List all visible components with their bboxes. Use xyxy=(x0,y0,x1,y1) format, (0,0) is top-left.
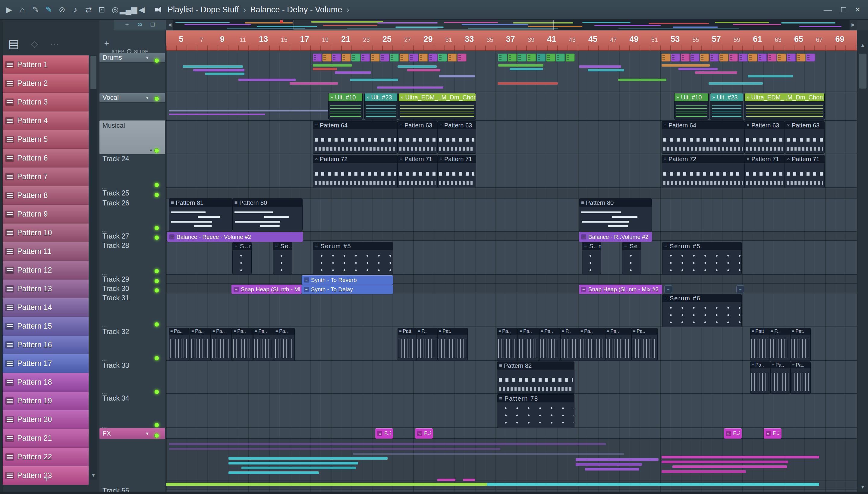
pattern-clip[interactable]: ≡Pattern 82 xyxy=(497,361,574,394)
automation-clip[interactable]: ~Snap Heap (Sl..nth - Mix #2 xyxy=(579,285,662,294)
pattern-item[interactable]: Pattern 6 xyxy=(3,149,89,168)
audio-clip[interactable]: »Ultra_EDM_..M_Dm_Chorus xyxy=(399,93,476,119)
pattern-item[interactable]: Pattern 11 xyxy=(3,242,89,261)
pattern-item[interactable]: Pattern 14 xyxy=(3,298,89,317)
clip-fragment[interactable] xyxy=(335,71,371,74)
pattern-clip[interactable]: ≡Pattern 80 xyxy=(233,198,302,231)
clip-fragment[interactable] xyxy=(662,64,710,66)
pattern-item[interactable]: Pattern 8 xyxy=(3,186,89,205)
add-pattern-button[interactable]: + xyxy=(36,473,57,484)
mini-pattern-clip[interactable]: ≡Pa.. xyxy=(518,328,539,361)
drum-pattern-block[interactable] xyxy=(719,54,728,61)
automation-clip[interactable]: ~Snap Heap (Sl..nth - Mix #2 xyxy=(232,285,302,294)
drum-pattern-block[interactable] xyxy=(448,54,457,61)
track-menu-icon[interactable]: ▾ xyxy=(146,55,149,61)
mini-pattern-clip[interactable]: ≡Patt xyxy=(750,328,769,361)
track-mute-led[interactable] xyxy=(154,96,159,101)
clip-fragment[interactable] xyxy=(350,79,398,81)
pattern-clip[interactable]: ≡Serum #6 xyxy=(662,294,742,327)
pattern-clip[interactable]: ≡Pattern 64 xyxy=(313,121,398,154)
track-mute-led[interactable] xyxy=(154,433,159,438)
track-menu-icon[interactable]: ▾ xyxy=(146,95,149,101)
track-mute-led[interactable] xyxy=(154,269,159,273)
pattern-item[interactable]: Pattern 17 xyxy=(3,354,89,373)
clip-fragment[interactable] xyxy=(228,462,358,464)
minimize-button[interactable]: — xyxy=(824,5,832,15)
drum-pattern-block[interactable] xyxy=(739,54,748,61)
track-header[interactable]: Track 55 xyxy=(99,486,165,492)
pattern-clip[interactable]: ≡Pattern 71 xyxy=(437,155,476,188)
pattern-item[interactable]: Pattern 7 xyxy=(3,168,89,186)
breadcrumb-selection[interactable]: Balance - Delay - Volume xyxy=(251,5,343,15)
clip-fragment[interactable] xyxy=(183,65,243,68)
drum-pattern-block[interactable] xyxy=(787,54,796,61)
clip-fragment[interactable] xyxy=(662,460,788,463)
drum-pattern-block[interactable] xyxy=(351,54,361,61)
track-lane[interactable] xyxy=(166,241,857,275)
patterns-brick-icon[interactable]: ▤ xyxy=(8,37,19,50)
play-icon[interactable]: ▶ xyxy=(2,3,16,17)
clip-fragment[interactable] xyxy=(437,479,456,481)
drum-pattern-block[interactable] xyxy=(662,54,670,61)
drum-pattern-block[interactable] xyxy=(566,54,575,61)
add-track-button[interactable]: + xyxy=(104,39,109,48)
drum-pattern-block[interactable] xyxy=(758,54,767,61)
pattern-item[interactable]: Pattern 3 xyxy=(3,93,89,111)
pattern-item[interactable]: Pattern 19 xyxy=(3,392,89,410)
track-mute-led[interactable] xyxy=(154,279,159,283)
pattern-clip[interactable]: ×Pattern 72 xyxy=(313,155,398,188)
automation-clip[interactable]: ~Synth - To Delay xyxy=(302,285,393,294)
playlist-grid[interactable]: »Ult..#10»Ult..#23»Ultra_EDM_..M_Dm_Chor… xyxy=(166,51,857,492)
clip-fragment[interactable] xyxy=(439,75,475,77)
pattern-clip[interactable]: ×Pattern 71 xyxy=(744,155,785,188)
clip-fragment[interactable] xyxy=(398,65,437,68)
clip-fragment[interactable] xyxy=(169,114,265,115)
clip-fragment[interactable] xyxy=(672,466,787,468)
clip-fragment[interactable] xyxy=(679,68,718,70)
overview-viewport[interactable] xyxy=(294,19,554,30)
mini-pattern-clip[interactable]: ≡Pa.. xyxy=(791,361,811,394)
pattern-clip[interactable]: ≡Pattern 64 xyxy=(662,121,745,154)
mini-pattern-clip[interactable]: ≡Pa.. xyxy=(274,328,295,361)
mini-pattern-clip[interactable]: ≡Pa.. xyxy=(169,328,189,361)
mini-pattern-clip[interactable]: ≡Patt xyxy=(398,328,416,361)
swap-icon[interactable]: ⇄ xyxy=(82,3,95,17)
drum-pattern-block[interactable] xyxy=(729,54,738,61)
track-mute-led[interactable] xyxy=(154,192,159,197)
monitor-icon[interactable]: ◀ xyxy=(135,3,148,17)
pattern-item[interactable]: Pattern 1 xyxy=(3,55,89,74)
clip-fragment[interactable] xyxy=(510,68,543,70)
clip-fragment[interactable] xyxy=(228,471,319,474)
track-header[interactable]: …Track 33 xyxy=(99,361,165,370)
drum-pattern-block[interactable] xyxy=(458,54,466,61)
scroll-right-button[interactable]: ▶ xyxy=(850,19,857,31)
paint-tool-icon[interactable]: ✎ xyxy=(42,3,55,17)
track-mute-led[interactable] xyxy=(154,226,159,230)
track-mute-led[interactable] xyxy=(154,356,159,361)
automation-clip[interactable]: ~Synth - To Reverb xyxy=(302,275,393,285)
clip-fragment[interactable] xyxy=(585,468,639,471)
marker-tool-icon[interactable]: □ xyxy=(151,20,154,28)
pattern-item[interactable]: Pattern 12 xyxy=(3,261,89,280)
drum-pattern-block[interactable] xyxy=(517,54,527,61)
clip-fragment[interactable] xyxy=(708,82,763,84)
track-header[interactable]: Track 31 xyxy=(99,293,165,302)
automation-clip[interactable]: ~Balance - Reece - Volume #2 xyxy=(167,232,303,242)
drum-pattern-block[interactable] xyxy=(690,54,700,61)
clip-fragment[interactable] xyxy=(576,458,659,461)
clip-fragment[interactable] xyxy=(205,73,244,75)
audio-clip[interactable]: »Ultra_EDM_..M_Dm_Chorus xyxy=(744,93,825,119)
maximize-button[interactable]: □ xyxy=(841,5,846,15)
mini-pattern-clip[interactable]: ≡Pa.. xyxy=(770,361,791,394)
scrollbar-thumb[interactable] xyxy=(859,54,867,89)
clip-fragment[interactable] xyxy=(498,82,558,84)
pattern-clip[interactable]: ≡S..m xyxy=(582,242,601,274)
mini-pattern-clip[interactable]: ≡Pa.. xyxy=(253,328,274,361)
clip-fragment[interactable] xyxy=(169,443,606,445)
mini-pattern-clip[interactable]: ≡Pa.. xyxy=(750,361,770,394)
snap-icon[interactable]: ◇ xyxy=(31,39,38,49)
collapse-arrow-icon[interactable]: ▴ xyxy=(150,147,152,152)
clip-fragment[interactable] xyxy=(193,69,244,71)
pattern-clip[interactable]: ≡S..m xyxy=(233,242,252,274)
pattern-clip[interactable]: ≡Pattern 71 xyxy=(398,155,437,188)
